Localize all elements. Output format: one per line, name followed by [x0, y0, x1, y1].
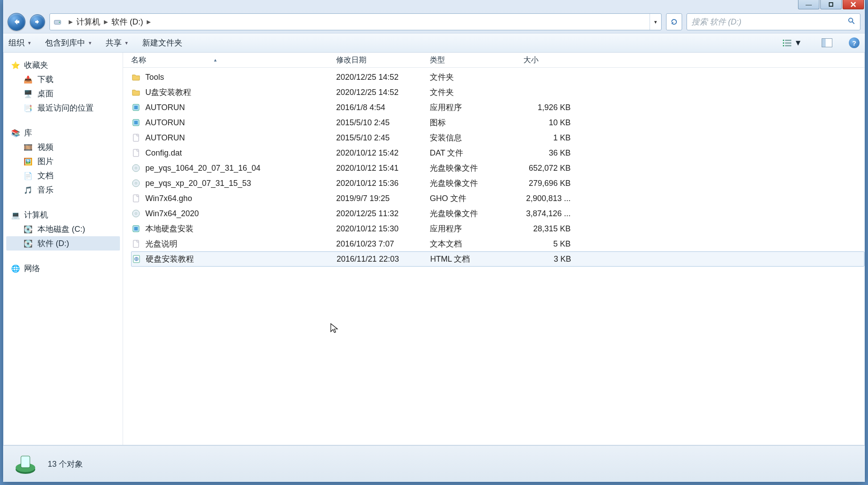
sidebar-header-network[interactable]: 🌐 网络	[6, 261, 120, 275]
download-icon: 📥	[23, 74, 33, 84]
file-row[interactable]: 硬盘安装教程2016/11/21 22:03HTML 文档3 KB	[131, 251, 864, 267]
file-name: Config.dat	[145, 148, 182, 158]
file-size: 1,926 KB	[523, 103, 581, 112]
file-type: 安装信息	[430, 132, 523, 143]
sidebar-item-downloads[interactable]: 📥下载	[6, 72, 120, 86]
navigation-pane: ⭐ 收藏夹 📥下载 🖥️桌面 📑最近访问的位置 📚 库 🎞️视频 🖼️图片 📄文…	[4, 53, 123, 445]
file-size: 10 KB	[523, 118, 581, 127]
status-text: 13 个对象	[48, 459, 83, 469]
file-icon	[131, 209, 141, 218]
column-headers: 名称▲ 修改日期 类型 大小	[123, 53, 864, 68]
sidebar-item-drive-d[interactable]: 💽软件 (D:)	[6, 236, 120, 251]
sidebar-item-music[interactable]: 🎵音乐	[6, 183, 120, 197]
sidebar-group-network: 🌐 网络	[6, 261, 120, 275]
svg-rect-9	[785, 42, 791, 44]
col-type[interactable]: 类型	[430, 55, 523, 65]
file-row[interactable]: 光盘说明2016/10/23 7:07文本文档5 KB	[131, 236, 864, 251]
back-button[interactable]	[8, 13, 25, 31]
file-icon	[132, 254, 141, 264]
recent-icon: 📑	[23, 103, 33, 113]
sidebar-item-videos[interactable]: 🎞️视频	[6, 140, 120, 154]
file-row[interactable]: AUTORUN2015/5/10 2:45安装信息1 KB	[131, 130, 864, 145]
body-area: ⭐ 收藏夹 📥下载 🖥️桌面 📑最近访问的位置 📚 库 🎞️视频 🖼️图片 📄文…	[3, 53, 865, 445]
col-name[interactable]: 名称▲	[131, 55, 336, 65]
picture-icon: 🖼️	[23, 156, 33, 166]
file-row[interactable]: Win7x64.gho2019/9/7 19:25GHO 文件2,900,813…	[131, 191, 864, 206]
sidebar-item-recent[interactable]: 📑最近访问的位置	[6, 101, 120, 115]
file-size: 28,315 KB	[523, 224, 581, 234]
music-icon: 🎵	[23, 185, 33, 195]
file-date: 2020/12/25 14:52	[336, 88, 430, 97]
files-area: 名称▲ 修改日期 类型 大小 Tools2020/12/25 14:52文件夹U…	[123, 53, 864, 445]
sidebar-header-libraries[interactable]: 📚 库	[6, 126, 120, 140]
view-mode-button[interactable]: ▼	[779, 37, 805, 49]
drive-icon	[53, 17, 62, 27]
file-name: pe_yqs_xp_20_07_31_15_53	[145, 179, 251, 188]
file-name: pe_yqs_1064_20_07_31_16_04	[145, 164, 260, 173]
breadcrumb-drive[interactable]: 软件 (D:)	[111, 16, 143, 27]
network-icon: 🌐	[11, 263, 21, 273]
file-row[interactable]: 本地硬盘安装2020/10/12 15:30应用程序28,315 KB	[131, 221, 864, 236]
svg-rect-26	[134, 227, 138, 230]
file-type: 文本文档	[430, 238, 523, 249]
preview-pane-button[interactable]	[819, 37, 835, 49]
command-bar: 组织▼ 包含到库中▼ 共享▼ 新建文件夹 ▼ ?	[3, 33, 865, 53]
file-row[interactable]: AUTORUN2015/5/10 2:45图标10 KB	[131, 115, 864, 130]
sidebar-header-computer[interactable]: 💻 计算机	[6, 208, 120, 222]
file-type: 光盘映像文件	[430, 163, 523, 173]
help-button[interactable]: ?	[849, 37, 860, 48]
minimize-button[interactable]: —	[798, 0, 819, 9]
file-row[interactable]: Tools2020/12/25 14:52文件夹	[131, 70, 864, 85]
file-size: 3 KB	[524, 255, 582, 264]
file-row[interactable]: AUTORUN2016/1/8 4:54应用程序1,926 KB	[131, 100, 864, 115]
search-icon	[847, 17, 856, 27]
col-size[interactable]: 大小	[523, 55, 581, 65]
sidebar-item-documents[interactable]: 📄文档	[6, 169, 120, 183]
file-size: 1 KB	[523, 133, 581, 143]
file-row[interactable]: Config.dat2020/10/12 15:42DAT 文件36 KB	[131, 145, 864, 160]
breadcrumb-root[interactable]: 计算机	[76, 16, 100, 27]
file-date: 2020/10/12 15:41	[336, 164, 430, 173]
file-date: 2016/1/8 4:54	[336, 103, 430, 112]
sidebar-header-favorites[interactable]: ⭐ 收藏夹	[6, 58, 120, 72]
sidebar-item-drive-c[interactable]: 💽本地磁盘 (C:)	[6, 222, 120, 236]
file-date: 2016/10/23 7:07	[336, 239, 430, 249]
file-date: 2020/12/25 11:32	[336, 209, 430, 218]
include-menu[interactable]: 包含到库中▼	[45, 37, 92, 48]
file-name: 光盘说明	[145, 238, 177, 249]
search-box[interactable]: 搜索 软件 (D:)	[687, 13, 860, 30]
col-date[interactable]: 修改日期	[336, 55, 430, 65]
file-row[interactable]: pe_yqs_1064_20_07_31_16_042020/10/12 15:…	[131, 160, 864, 176]
file-list[interactable]: Tools2020/12/25 14:52文件夹U盘安装教程2020/12/25…	[123, 68, 864, 445]
file-type: 光盘映像文件	[430, 208, 523, 219]
sidebar-group-computer: 💻 计算机 💽本地磁盘 (C:) 💽软件 (D:)	[6, 208, 120, 251]
file-name: AUTORUN	[145, 103, 185, 112]
maximize-button[interactable]	[820, 0, 842, 9]
svg-rect-27	[133, 240, 139, 247]
svg-rect-10	[783, 45, 784, 46]
file-date: 2020/12/25 14:52	[336, 73, 430, 82]
sidebar-item-desktop[interactable]: 🖥️桌面	[6, 86, 120, 101]
svg-rect-13	[134, 106, 138, 109]
close-button[interactable]	[843, 0, 864, 9]
file-row[interactable]: Win7x64_20202020/12/25 11:32光盘映像文件3,874,…	[131, 206, 864, 221]
file-icon	[131, 178, 141, 188]
file-row[interactable]: pe_yqs_xp_20_07_31_15_532020/10/12 15:36…	[131, 176, 864, 191]
organize-menu[interactable]: 组织▼	[8, 37, 32, 48]
explorer-window: — ▶ 计算机 ▶ 软件 (D:) ▶ ▼ 搜索	[3, 0, 865, 482]
file-date: 2019/9/7 19:25	[336, 194, 430, 203]
svg-point-21	[135, 182, 137, 184]
titlebar: —	[3, 0, 865, 11]
share-menu[interactable]: 共享▼	[106, 37, 129, 48]
forward-button[interactable]	[30, 14, 45, 29]
svg-rect-22	[133, 195, 139, 202]
file-size: 3,874,126 ...	[523, 209, 581, 218]
address-dropdown[interactable]: ▼	[650, 14, 661, 30]
address-bar[interactable]: ▶ 计算机 ▶ 软件 (D:) ▶ ▼	[49, 13, 662, 30]
new-folder-button[interactable]: 新建文件夹	[142, 37, 182, 48]
file-row[interactable]: U盘安装教程2020/12/25 14:52文件夹	[131, 85, 864, 100]
file-date: 2015/5/10 2:45	[336, 118, 430, 127]
file-date: 2020/10/12 15:30	[336, 224, 430, 234]
sidebar-item-pictures[interactable]: 🖼️图片	[6, 154, 120, 169]
refresh-button[interactable]	[666, 13, 682, 30]
